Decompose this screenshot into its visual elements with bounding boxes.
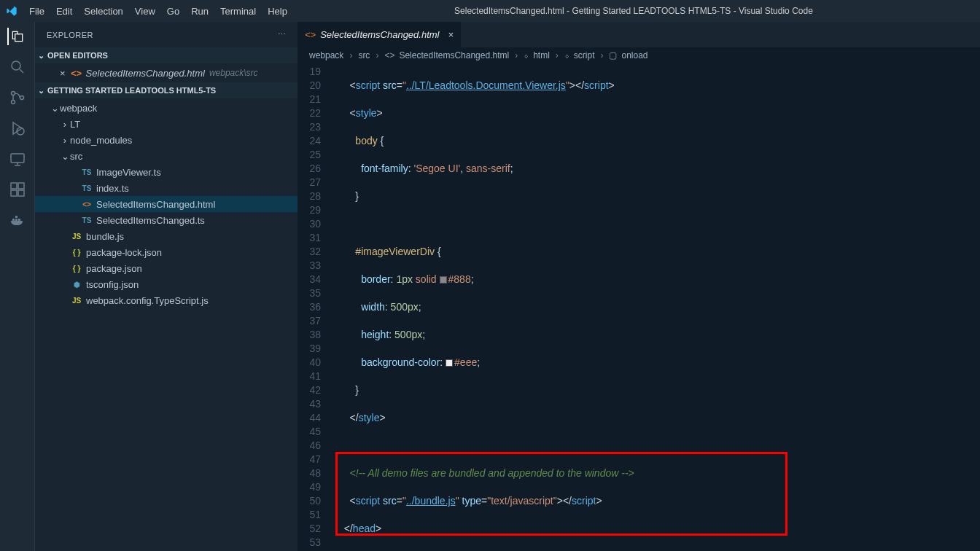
svg-rect-8 — [11, 190, 17, 196]
breadcrumb-item[interactable]: webpack — [309, 50, 343, 60]
tree-item-index-ts[interactable]: TSindex.ts — [35, 180, 298, 196]
svg-rect-11 — [15, 219, 18, 221]
file-tree: ⌄webpack›LT›node_modules⌄srcTSImageViewe… — [35, 98, 298, 310]
svg-rect-12 — [18, 219, 20, 221]
menu-edit[interactable]: Edit — [50, 6, 78, 17]
svg-rect-13 — [15, 216, 18, 218]
svg-point-1 — [11, 92, 15, 95]
tab-label: SelectedItemsChanged.html — [320, 29, 439, 40]
tree-item-bundle-js[interactable]: JSbundle.js — [35, 228, 298, 244]
project-header[interactable]: ⌄ GETTING STARTED LEADTOOLS HTML5-TS — [35, 82, 298, 98]
tree-item-imageviewer-ts[interactable]: TSImageViewer.ts — [35, 164, 298, 180]
svg-rect-6 — [11, 183, 17, 189]
open-editor-item[interactable]: × <> SelectedItemsChanged.html webpack\s… — [35, 65, 298, 81]
breadcrumb[interactable]: webpack› src› <>SelectedItemsChanged.htm… — [298, 47, 980, 63]
tree-item-webpack[interactable]: ⌄webpack — [35, 100, 298, 116]
tree-item-selecteditemschanged-ts[interactable]: TSSelectedItemsChanged.ts — [35, 212, 298, 228]
tree-item-selecteditemschanged-html[interactable]: <>SelectedItemsChanged.html — [35, 196, 298, 212]
line-gutter: 1920212223242526272829303132333435363738… — [298, 63, 332, 551]
code-area[interactable]: 1920212223242526272829303132333435363738… — [298, 63, 980, 551]
menu-selection[interactable]: Selection — [78, 6, 128, 17]
svg-point-0 — [12, 61, 20, 70]
window-title: SelectedItemsChanged.html - Getting Star… — [293, 6, 974, 16]
open-editor-label: SelectedItemsChanged.html — [86, 68, 205, 79]
svg-rect-10 — [12, 219, 15, 221]
vscode-icon — [6, 5, 18, 17]
menu-help[interactable]: Help — [262, 6, 293, 17]
activity-bar — [0, 22, 35, 551]
svg-rect-7 — [18, 183, 24, 189]
tree-item-package-lock-json[interactable]: { }package-lock.json — [35, 244, 298, 260]
open-editors-header[interactable]: ⌄ OPEN EDITORS — [35, 47, 298, 63]
sidebar-header: EXPLORER ⋯ — [35, 22, 298, 47]
html-icon: <> — [70, 68, 83, 79]
close-icon[interactable]: × — [60, 68, 66, 79]
breadcrumb-item[interactable]: html — [533, 50, 550, 60]
editor: <> SelectedItemsChanged.html × webpack› … — [298, 22, 980, 551]
tab-selecteditemschanged[interactable]: <> SelectedItemsChanged.html × — [298, 22, 461, 47]
project-label: GETTING STARTED LEADTOOLS HTML5-TS — [47, 86, 216, 95]
svg-point-3 — [20, 96, 23, 100]
tree-item-package-json[interactable]: { }package.json — [35, 260, 298, 276]
explorer-icon[interactable] — [7, 28, 25, 45]
close-icon[interactable]: × — [448, 29, 454, 40]
extensions-icon[interactable] — [9, 181, 26, 198]
tree-item-webpack-config-typescript-js[interactable]: JSwebpack.config.TypeScript.js — [35, 292, 298, 308]
html-icon: <> — [305, 29, 316, 40]
menu-go[interactable]: Go — [161, 6, 185, 17]
tree-item-node-modules[interactable]: ›node_modules — [35, 132, 298, 148]
svg-point-2 — [11, 101, 15, 104]
chevron-down-icon: ⌄ — [38, 51, 44, 60]
source-control-icon[interactable] — [9, 89, 26, 106]
tree-item-lt[interactable]: ›LT — [35, 116, 298, 132]
breadcrumb-item[interactable]: SelectedItemsChanged.html — [399, 50, 509, 60]
menu-run[interactable]: Run — [185, 6, 214, 17]
menu-view[interactable]: View — [129, 6, 161, 17]
svg-rect-9 — [18, 190, 24, 196]
more-icon[interactable]: ⋯ — [278, 30, 287, 39]
svg-rect-5 — [11, 154, 24, 163]
menu-terminal[interactable]: Terminal — [214, 6, 262, 17]
chevron-down-icon: ⌄ — [38, 86, 44, 95]
menu-file[interactable]: File — [23, 6, 50, 17]
tree-item-src[interactable]: ⌄src — [35, 148, 298, 164]
open-editors-label: OPEN EDITORS — [47, 51, 108, 60]
search-icon[interactable] — [9, 58, 26, 76]
tab-bar: <> SelectedItemsChanged.html × — [298, 22, 980, 47]
docker-icon[interactable] — [9, 211, 26, 229]
breadcrumb-item[interactable]: onload — [621, 50, 648, 60]
code-content[interactable]: <script src="../LT/Leadtools.Document.Vi… — [332, 63, 980, 551]
run-debug-icon[interactable] — [9, 120, 26, 137]
tree-item-tsconfig-json[interactable]: ⬢tsconfig.json — [35, 276, 298, 292]
remote-icon[interactable] — [9, 150, 26, 168]
breadcrumb-item[interactable]: script — [574, 50, 595, 60]
open-editor-path: webpack\src — [209, 68, 258, 78]
explorer-title: EXPLORER — [47, 31, 93, 39]
title-bar: File Edit Selection View Go Run Terminal… — [0, 0, 980, 22]
sidebar: EXPLORER ⋯ ⌄ OPEN EDITORS × <> SelectedI… — [35, 22, 298, 551]
breadcrumb-item[interactable]: src — [358, 50, 370, 60]
menubar: File Edit Selection View Go Run Terminal… — [23, 6, 293, 17]
